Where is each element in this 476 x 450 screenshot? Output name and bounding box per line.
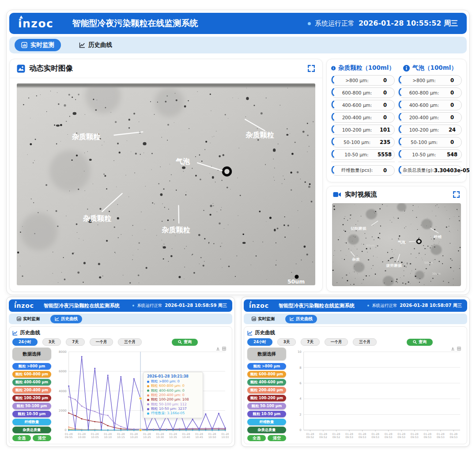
series-dot-icon [147, 412, 149, 415]
tab-realtime[interactable]: 实时监测 [247, 315, 279, 323]
series-button[interactable]: 颗粒 10-50 μm [12, 411, 51, 417]
tab-realtime-label: 实时监测 [258, 316, 275, 322]
svg-text:01-28: 01-28 [143, 432, 151, 435]
svg-text:50um: 50um [424, 261, 433, 265]
query-button[interactable]: 查询 [407, 339, 433, 346]
range-button[interactable]: 三个月 [353, 338, 377, 346]
range-button[interactable]: 24小时 [247, 338, 272, 346]
query-button[interactable]: 查询 [172, 339, 198, 346]
svg-text:疲劳磨损: 疲劳磨损 [386, 263, 402, 268]
range-button[interactable]: 24小时 [12, 338, 38, 346]
range-button[interactable]: 一个月 [325, 338, 348, 346]
series-dot-icon [147, 403, 149, 405]
svg-text:2: 2 [299, 413, 301, 416]
range-button[interactable]: 7天 [66, 338, 84, 346]
row-bracket-icon [331, 113, 335, 121]
svg-text:01-28: 01-28 [371, 432, 379, 435]
tab-history[interactable]: 历史曲线 [285, 315, 317, 323]
stat-label: 50-100 μm: [403, 140, 446, 145]
stat-label: 600-800 μm: [336, 90, 378, 95]
series-dot-icon [147, 389, 149, 392]
save-image-icon[interactable] [216, 347, 220, 351]
fullscreen-icon[interactable] [307, 64, 315, 72]
range-controls: 24小时3天7天一个月三个月 查询 [12, 338, 229, 346]
tab-realtime-label: 实时监测 [23, 316, 40, 322]
select-all-button[interactable]: 全选 [12, 435, 31, 441]
series-button[interactable]: 杂质总质量 [247, 427, 286, 433]
range-button[interactable]: 一个月 [90, 338, 113, 346]
svg-text:01-28: 01-28 [78, 432, 86, 435]
series-button[interactable]: 颗粒 100-200 μm [247, 395, 286, 401]
divider [331, 162, 395, 162]
series-button[interactable]: 颗粒 600-800 μm [247, 371, 286, 378]
stat-label: >800 μm: [403, 78, 446, 83]
stat-row: 400-600 μm:0 [331, 100, 395, 110]
range-button[interactable]: 3天 [277, 338, 296, 346]
series-button[interactable]: 颗粒 400-600 μm [247, 379, 286, 386]
series-button[interactable]: 颗粒 10-50 μm [247, 411, 286, 417]
chart-toolbox [451, 347, 461, 351]
data-view-icon[interactable] [457, 347, 461, 351]
series-button[interactable]: 颗粒 600-800 μm [12, 371, 51, 378]
series-button[interactable]: 纤维数量 [12, 419, 51, 425]
row-bracket-icon [398, 166, 402, 174]
tooltip-item: 颗粒 200-400 μm: 0 [147, 393, 199, 397]
stat-value: 5558 [378, 151, 392, 158]
svg-text:01-28: 01-28 [319, 432, 327, 435]
line-chart-icon [12, 330, 18, 336]
series-button[interactable]: 颗粒 200-400 μm [12, 387, 51, 393]
svg-text:切削磨损: 切削磨损 [350, 226, 366, 231]
fullscreen-icon[interactable] [453, 191, 460, 198]
status-dot-icon [367, 305, 369, 306]
series-button[interactable]: 纤维数量 [247, 419, 286, 425]
tooltip-item: 颗粒 >800 μm: 0 [147, 379, 199, 384]
video-card: 实时视频流 切削磨损纤维气泡杂质疲劳磨损80um50um30um [326, 186, 467, 292]
info-icon [403, 65, 410, 72]
svg-text:4: 4 [299, 397, 301, 401]
series-button[interactable]: 颗粒 100-200 μm [12, 395, 51, 401]
particles-stat-rows: >800 μm:0600-800 μm:0400-600 μm:0200-400… [331, 75, 395, 178]
svg-text:10:00: 10:00 [78, 435, 86, 439]
chart-area: 0200040006000800001-2809:5501-2810:0001-… [54, 348, 229, 441]
app-header: inzoc 智能型冷夜污染颗粒在线监测系统 系统运行正常 2026-01-28 … [9, 299, 232, 312]
series-button[interactable]: 颗粒 200-400 μm [247, 387, 286, 393]
row-bracket-icon [331, 76, 335, 83]
page: inzoc 智能型冷夜污染颗粒在线监测系统 系统运行正常 2026-01-28 … [0, 0, 476, 450]
range-button[interactable]: 三个月 [118, 338, 142, 346]
stat-value: 0 [378, 77, 392, 83]
series-button[interactable]: 颗粒 50-100 μm [247, 403, 286, 409]
tab-realtime[interactable]: 实时监测 [15, 39, 61, 51]
svg-text:01-28: 01-28 [182, 432, 190, 435]
tab-history-label: 历史曲线 [296, 316, 313, 322]
header-status: 系统运行正常 2026-01-28 10:55:52 周三 [308, 19, 458, 28]
range-button[interactable]: 3天 [42, 338, 61, 346]
tooltip-time: 2026-01-28 10:21:38 [147, 374, 199, 378]
tab-realtime[interactable]: 实时监测 [12, 315, 44, 323]
status-text: 系统运行正常 [372, 303, 397, 309]
svg-text:09:53: 09:53 [397, 435, 405, 439]
tab-history[interactable]: 历史曲线 [72, 39, 119, 51]
stat-label: >800 μm: [336, 78, 378, 83]
save-image-icon[interactable] [451, 347, 455, 351]
range-button[interactable]: 7天 [301, 338, 319, 346]
series-button[interactable]: 颗粒 >800 μm [247, 363, 286, 370]
tooltip-item: 颗粒 100-200 μm: 108 [147, 397, 199, 402]
data-view-icon[interactable] [222, 347, 226, 351]
series-button[interactable]: 颗粒 50-100 μm [12, 403, 51, 409]
stat-label: 杂质总质量(g): [403, 167, 434, 174]
stat-row: 纤维数量(pcs):0 [331, 165, 395, 176]
svg-text:09:52: 09:52 [332, 435, 340, 439]
select-all-button[interactable]: 全选 [247, 435, 266, 441]
bubbles-stats-column: 气泡（100ml） >800 μm:0600-800 μm:0400-600 μ… [398, 63, 462, 178]
series-button[interactable]: 颗粒 400-600 μm [12, 379, 51, 386]
series-button[interactable]: 颗粒 >800 μm [12, 363, 51, 370]
datetime: 2026-01-28 10:55:52 周三 [359, 19, 458, 28]
stat-label: 100-200 μm: [403, 127, 446, 132]
clear-button[interactable]: 清空 [33, 435, 51, 441]
clear-button[interactable]: 清空 [268, 435, 286, 441]
tab-history[interactable]: 历史曲线 [50, 315, 82, 323]
series-button[interactable]: 杂质总质量 [12, 427, 51, 433]
svg-text:09:53: 09:53 [450, 435, 457, 439]
app-logo: inzoc [249, 302, 269, 309]
history-panel-title-row: 历史曲线 [12, 329, 229, 337]
